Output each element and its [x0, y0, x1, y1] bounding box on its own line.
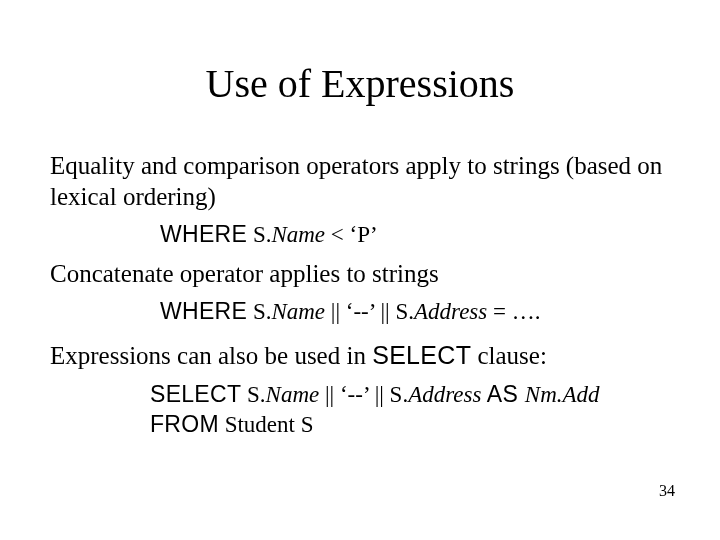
kw-as: AS: [481, 381, 524, 407]
para3-post: clause:: [471, 342, 547, 369]
kw-where: WHERE: [160, 298, 247, 324]
from-rest: Student S: [219, 412, 314, 437]
code-where-concat: WHERE S.Name || ‘--’ || S.Address = ….: [160, 297, 540, 327]
col-name: Name: [271, 299, 325, 324]
kw-select: SELECT: [150, 381, 241, 407]
code-line-from: FROM Student S: [150, 410, 600, 440]
mid: || ‘--’ || S.: [319, 382, 408, 407]
expr-pre: S.: [247, 222, 271, 247]
paragraph-concat: Concatenate operator applies to strings: [50, 258, 680, 289]
paragraph-equality: Equality and comparison operators apply …: [50, 150, 680, 213]
expr-name: Name: [271, 222, 325, 247]
kw-where: WHERE: [160, 221, 247, 247]
sdot: S.: [241, 382, 265, 407]
slide: Use of Expressions Equality and comparis…: [0, 0, 720, 540]
kw-select-inline: SELECT: [372, 341, 471, 369]
tail: = ….: [487, 299, 540, 324]
col-name: Name: [266, 382, 320, 407]
col-address: Address: [408, 382, 481, 407]
para3-pre: Expressions can also be used in: [50, 342, 372, 369]
slide-title: Use of Expressions: [0, 60, 720, 107]
expr-post: < ‘P’: [325, 222, 378, 247]
col-address: Address: [414, 299, 487, 324]
code-select-from: SELECT S.Name || ‘--’ || S.Address AS Nm…: [150, 380, 600, 440]
page-number: 34: [659, 482, 675, 500]
code-line-select: SELECT S.Name || ‘--’ || S.Address AS Nm…: [150, 380, 600, 410]
sdot: S.: [247, 299, 271, 324]
paragraph-select: Expressions can also be used in SELECT c…: [50, 340, 680, 371]
code-where-compare: WHERE S.Name < ‘P’: [160, 220, 378, 250]
mid: || ‘--’ || S.: [325, 299, 414, 324]
kw-from: FROM: [150, 411, 219, 437]
alias: Nm.Add: [525, 382, 600, 407]
